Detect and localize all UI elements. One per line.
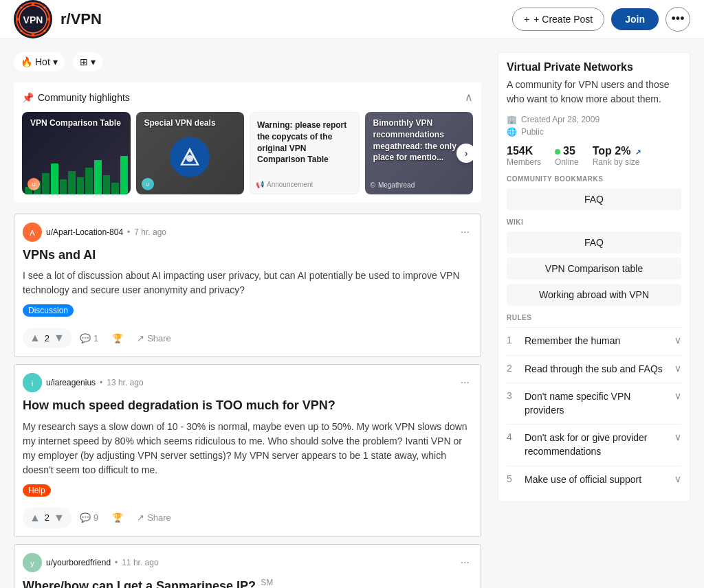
post-flair-1: Discussion: [23, 304, 472, 322]
upvote-button-2[interactable]: ▲: [28, 510, 42, 525]
rule-number-3: 3: [507, 390, 518, 401]
highlights-next-button[interactable]: ›: [456, 144, 473, 163]
comment-icon-2: 💬: [80, 512, 91, 523]
avatar-1: A: [23, 223, 42, 242]
rank-external-icon: ↗: [635, 148, 641, 156]
highlight-card-warning[interactable]: Warning: please report the copycats of t…: [250, 112, 360, 194]
highlight-card-comparison[interactable]: VPN Comparison Table: [22, 112, 131, 194]
bookmarks-section-title: COMMUNITY BOOKMARKS: [507, 175, 681, 183]
comment-button-1[interactable]: 💬 1: [74, 330, 104, 346]
highlight-card-deals[interactable]: Special VPN deals U: [136, 112, 245, 194]
header: VPN r/VPN + + Create Post Join •••: [0, 0, 704, 38]
downvote-button-2[interactable]: ▼: [52, 510, 66, 525]
avatar-3: y: [23, 553, 42, 572]
view-toggle-button[interactable]: ⊞ ▾: [73, 52, 102, 71]
downvote-button-1[interactable]: ▼: [52, 330, 66, 346]
post-more-button-1[interactable]: ···: [458, 223, 472, 241]
award-button-2[interactable]: 🏆: [107, 510, 129, 525]
wiki-comparison-button[interactable]: VPN Comparison table: [507, 258, 681, 280]
rank-value: Top 2% ↗: [593, 145, 641, 157]
username-1[interactable]: u/Apart-Location-804: [46, 227, 123, 237]
rule-item-2[interactable]: 2 Read through the sub and FAQs ∨: [507, 355, 681, 383]
post-more-button-3[interactable]: ···: [458, 554, 472, 572]
wiki-working-abroad-button[interactable]: Working abroad with VPN: [507, 284, 681, 306]
more-options-button[interactable]: •••: [666, 7, 690, 32]
community-description: A community for VPN users and those who …: [507, 78, 681, 106]
visibility-label: Public: [521, 127, 544, 137]
separator-2: •: [100, 378, 102, 387]
share-label-2: Share: [147, 512, 171, 523]
rule-text-4: Don't ask for or give provider recommend…: [525, 431, 669, 458]
share-button-2[interactable]: ↗ Share: [131, 510, 177, 525]
username-3[interactable]: u/yourboredfriend: [46, 558, 111, 567]
post-body-2: My research says a slow down of 10 - 30%…: [23, 420, 472, 477]
card-user-avatar-2: U: [142, 178, 154, 190]
bar-8: [85, 168, 93, 194]
bar-12: [120, 156, 128, 194]
megathread-text: Megathread: [378, 181, 415, 189]
community-stats: 154K Members 35 Online Top 2% ↗ Rank by …: [507, 145, 681, 167]
svg-point-4: [32, 3, 34, 5]
rule-item-1[interactable]: 1 Remember the human ∨: [507, 327, 681, 355]
svg-point-5: [32, 33, 34, 36]
comment-count-1: 1: [94, 333, 98, 343]
hot-label: Hot: [35, 56, 50, 67]
post-actions-2: ▲ 2 ▼ 💬 9 🏆 ↗ Share: [23, 508, 472, 528]
svg-text:i: i: [32, 379, 33, 387]
rule-item-5[interactable]: 5 Make use of official support ∨: [507, 466, 681, 494]
main-container: 🔥 Hot ▾ ⊞ ▾ 📌 Community highlights ∧: [0, 38, 704, 588]
bar-10: [103, 175, 111, 194]
post-more-button-2[interactable]: ···: [458, 374, 472, 392]
card-warning-content: Warning: please report the copycats of t…: [250, 113, 359, 172]
rule-item-3[interactable]: 3 Don't name specific VPN providers ∨: [507, 383, 681, 424]
bar-3: [42, 173, 50, 194]
post-title-1[interactable]: VPNs and AI: [23, 247, 472, 263]
rule-text-1: Remember the human: [525, 335, 669, 348]
post-time-1: 7 hr. ago: [134, 227, 166, 237]
rule-number-2: 2: [507, 363, 518, 374]
upvote-button-1[interactable]: ▲: [28, 330, 42, 346]
share-icon-2: ↗: [137, 512, 144, 523]
bar-11: [111, 183, 119, 194]
share-icon-1: ↗: [137, 333, 144, 343]
community-highlights-section: 📌 Community highlights ∧ VPN Comparison …: [14, 82, 481, 203]
faq-bookmark-button[interactable]: FAQ: [507, 188, 681, 210]
sort-bar: 🔥 Hot ▾ ⊞ ▾: [14, 52, 481, 71]
award-icon-2: 🏆: [112, 512, 123, 523]
megathread-badge: © Megathread: [371, 181, 415, 189]
highlights-collapse-button[interactable]: ∧: [465, 91, 473, 104]
rule-item-4[interactable]: 4 Don't ask for or give provider recomme…: [507, 424, 681, 465]
rank-stat: Top 2% ↗ Rank by size: [593, 145, 641, 167]
rule-chevron-5: ∨: [674, 473, 681, 484]
award-button-1[interactable]: 🏆: [107, 330, 129, 346]
separator-3: •: [115, 558, 118, 567]
svg-point-9: [44, 6, 46, 8]
share-button-1[interactable]: ↗ Share: [131, 330, 177, 346]
username-2[interactable]: u/iareagenius: [46, 378, 96, 387]
rule-text-2: Read through the sub and FAQs: [525, 363, 669, 376]
comment-button-2[interactable]: 💬 9: [74, 510, 104, 525]
created-meta: 🏢 Created Apr 28, 2009: [507, 115, 681, 124]
wiki-faq-button[interactable]: FAQ: [507, 231, 681, 253]
create-post-button[interactable]: + + Create Post: [512, 8, 604, 31]
flair-help-2[interactable]: Help: [23, 484, 51, 497]
post-card-2: i u/iareagenius • 13 hr. ago ··· How muc…: [14, 364, 481, 536]
announcement-text: Announcement: [267, 181, 313, 188]
svg-point-11: [44, 30, 46, 32]
chevron-down-icon-view: ▾: [91, 56, 96, 67]
wiki-section-title: WIKI: [507, 218, 681, 226]
join-button[interactable]: Join: [611, 8, 659, 30]
flair-discussion-1[interactable]: Discussion: [23, 304, 74, 317]
highlights-cards: VPN Comparison Table: [22, 112, 473, 194]
hot-sort-button[interactable]: 🔥 Hot ▾: [14, 52, 65, 71]
sm-badge: SM: [261, 578, 273, 587]
post-flair-2: Help: [23, 484, 472, 502]
rule-text-5: Make use of official support: [525, 473, 669, 487]
globe-icon: 🌐: [507, 127, 517, 137]
rule-text-3: Don't name specific VPN providers: [525, 390, 669, 417]
post-title-2[interactable]: How much speed degradation is TOO much f…: [23, 398, 472, 414]
post-title-3[interactable]: Where/how can I get a Sanmarinese IP? SM: [23, 578, 472, 588]
post-meta-3: y u/yourboredfriend • 11 hr. ago: [23, 553, 159, 572]
post-header-1: A u/Apart-Location-804 • 7 hr. ago ···: [23, 223, 472, 242]
announcement-icon: 📢: [256, 181, 264, 188]
